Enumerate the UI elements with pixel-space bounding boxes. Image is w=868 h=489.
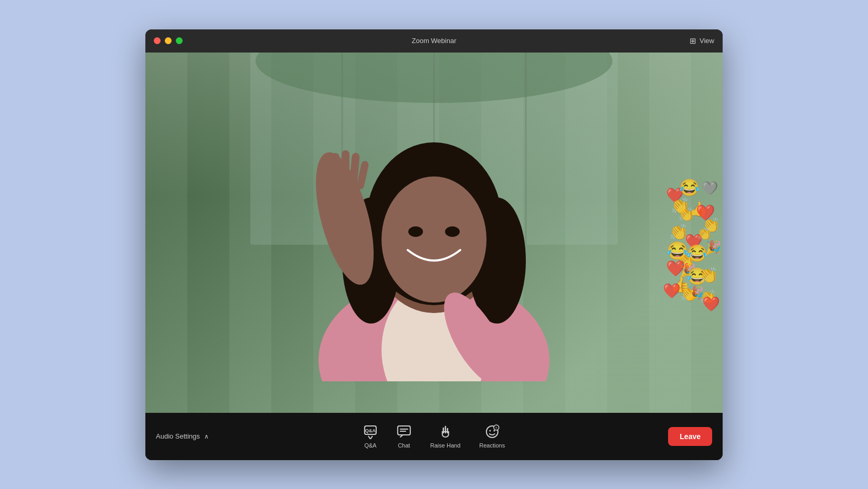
svg-text:+: + [495, 426, 497, 430]
raise-hand-label: Raise Hand [430, 442, 460, 449]
traffic-lights [154, 37, 183, 44]
svg-point-13 [408, 226, 423, 237]
minimize-button[interactable] [165, 37, 172, 44]
leave-button[interactable]: Leave [668, 427, 712, 446]
leave-button-area: Leave [668, 427, 712, 446]
titlebar: Zoom Webinar ⊞ View [145, 29, 723, 53]
maximize-button[interactable] [176, 37, 183, 44]
svg-text:Q&A: Q&A [365, 428, 376, 433]
zoom-window: Zoom Webinar ⊞ View [145, 29, 723, 460]
svg-point-29 [493, 430, 495, 431]
toolbar-buttons: Q&A Q&A Chat [363, 424, 505, 449]
chat-button[interactable]: Chat [397, 424, 411, 449]
qa-icon: Q&A [363, 424, 378, 439]
window-title: Zoom Webinar [411, 37, 456, 45]
qa-label: Q&A [364, 442, 376, 449]
chat-label: Chat [398, 442, 410, 449]
chat-icon [397, 424, 411, 439]
reactions-button[interactable]: + Reactions [479, 424, 505, 449]
reactions-icon: + [485, 424, 500, 439]
hand-icon [438, 424, 453, 439]
grid-view-icon: ⊞ [690, 36, 696, 46]
svg-rect-18 [342, 150, 350, 186]
svg-rect-24 [398, 426, 410, 435]
presenter-video [250, 53, 618, 381]
audio-settings-area[interactable]: Audio Settings ∧ [156, 432, 209, 440]
close-button[interactable] [154, 37, 161, 44]
raise-hand-button[interactable]: Raise Hand [430, 424, 460, 449]
audio-chevron-icon: ∧ [204, 433, 209, 440]
svg-point-14 [445, 226, 460, 237]
svg-point-12 [382, 176, 486, 303]
video-area: ❤️😂🩶👏👍❤️👏👏👏❤️👏😂😂🎉👏❤️🎉😂👏👍❤️👏🎉👏❤️ [145, 53, 723, 413]
toolbar: Audio Settings ∧ Q&A Q&A [145, 413, 723, 460]
audio-settings-label: Audio Settings [156, 432, 200, 440]
view-button[interactable]: ⊞ View [690, 36, 714, 46]
svg-point-28 [489, 430, 491, 431]
qa-button[interactable]: Q&A Q&A [363, 424, 378, 449]
reactions-label: Reactions [479, 442, 505, 449]
view-label: View [700, 37, 714, 45]
